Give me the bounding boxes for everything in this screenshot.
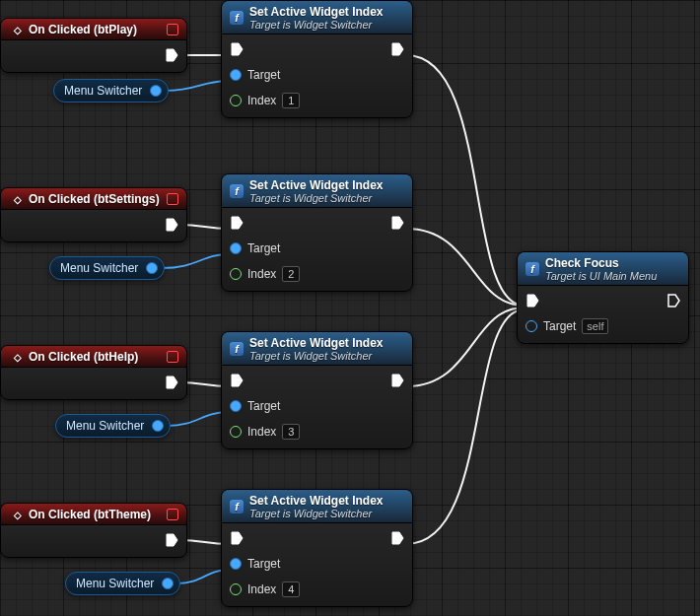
index-value[interactable]: 1 (282, 93, 300, 108)
index-pin[interactable] (230, 426, 242, 438)
target-pin[interactable] (230, 69, 242, 81)
event-icon: ◇ (9, 350, 23, 364)
event-header: ◇ On Clicked (btSettings) (1, 188, 186, 210)
exec-in-pin[interactable] (230, 374, 244, 387)
fn-title: Check Focus (545, 256, 657, 270)
exec-out-pin[interactable] (390, 531, 404, 545)
event-title: On Clicked (btTheme) (29, 508, 151, 521)
function-icon: f (525, 262, 539, 276)
var-label: Menu Switcher (66, 419, 144, 433)
target-pin[interactable] (230, 558, 242, 570)
index-value[interactable]: 2 (282, 266, 300, 282)
index-label: Index (247, 94, 276, 107)
delegate-icon (167, 509, 178, 520)
var-menu-switcher[interactable]: Menu Switcher (53, 79, 169, 103)
exec-out-pin[interactable] (165, 376, 178, 389)
target-label: Target (247, 241, 280, 255)
event-icon: ◇ (9, 23, 23, 36)
target-pin[interactable] (230, 400, 242, 412)
target-pin[interactable] (525, 320, 537, 332)
target-pin[interactable] (230, 242, 242, 254)
index-label: Index (247, 425, 276, 439)
fn-title: Set Active Widget Index (249, 178, 383, 192)
target-label: Target (247, 399, 280, 413)
exec-out-pin[interactable] (390, 216, 404, 230)
function-icon: f (230, 342, 244, 356)
exec-in-pin[interactable] (230, 216, 244, 230)
function-icon: f (230, 11, 244, 25)
fn-header: f Check Focus Target is UI Main Menu (518, 252, 688, 286)
var-out-pin[interactable] (146, 262, 158, 274)
delegate-icon (167, 193, 178, 205)
fn-subtitle: Target is Widget Switcher (249, 350, 383, 362)
var-menu-switcher[interactable]: Menu Switcher (49, 256, 165, 280)
event-node-bthelp[interactable]: ◇ On Clicked (btHelp) (0, 345, 187, 400)
event-node-btplay[interactable]: ◇ On Clicked (btPlay) (0, 18, 187, 73)
index-label: Index (247, 267, 276, 281)
index-pin[interactable] (230, 268, 242, 280)
fn-set-active-widget-index[interactable]: f Set Active Widget Index Target is Widg… (221, 489, 413, 607)
fn-set-active-widget-index[interactable]: f Set Active Widget Index Target is Widg… (221, 173, 413, 292)
fn-subtitle: Target is Widget Switcher (249, 508, 383, 519)
target-label: Target (543, 319, 576, 333)
index-pin[interactable] (230, 583, 242, 595)
exec-in-pin[interactable] (230, 531, 244, 545)
var-out-pin[interactable] (152, 420, 164, 432)
var-out-pin[interactable] (162, 578, 174, 589)
exec-out-pin[interactable] (165, 533, 178, 547)
fn-set-active-widget-index[interactable]: f Set Active Widget Index Target is Widg… (221, 331, 413, 449)
exec-in-pin[interactable] (525, 294, 539, 308)
delegate-icon (167, 24, 178, 35)
exec-out-pin[interactable] (165, 218, 178, 232)
var-menu-switcher[interactable]: Menu Switcher (55, 414, 171, 438)
fn-header: f Set Active Widget Index Target is Widg… (222, 1, 412, 34)
index-pin[interactable] (230, 95, 242, 106)
target-label: Target (247, 557, 280, 571)
event-icon: ◇ (9, 192, 23, 206)
exec-out-pin[interactable] (390, 374, 404, 387)
exec-out-pin[interactable] (390, 42, 404, 56)
fn-check-focus[interactable]: f Check Focus Target is UI Main Menu Tar… (517, 251, 689, 344)
var-label: Menu Switcher (64, 84, 142, 98)
event-node-btsettings[interactable]: ◇ On Clicked (btSettings) (0, 187, 187, 242)
target-label: Target (247, 68, 280, 82)
fn-title: Set Active Widget Index (249, 336, 383, 350)
function-icon: f (230, 184, 244, 198)
self-value[interactable]: self (582, 318, 608, 334)
fn-subtitle: Target is UI Main Menu (545, 270, 657, 282)
fn-header: f Set Active Widget Index Target is Widg… (222, 490, 412, 523)
fn-set-active-widget-index[interactable]: f Set Active Widget Index Target is Widg… (221, 0, 413, 118)
index-label: Index (247, 582, 276, 596)
fn-subtitle: Target is Widget Switcher (249, 19, 383, 31)
event-title: On Clicked (btPlay) (29, 23, 137, 36)
event-header: ◇ On Clicked (btPlay) (1, 19, 186, 40)
index-value[interactable]: 3 (282, 424, 300, 440)
var-label: Menu Switcher (60, 261, 138, 275)
fn-title: Set Active Widget Index (249, 5, 383, 19)
event-icon: ◇ (9, 508, 23, 521)
event-node-bttheme[interactable]: ◇ On Clicked (btTheme) (0, 503, 187, 558)
event-title: On Clicked (btHelp) (29, 350, 138, 364)
var-label: Menu Switcher (76, 577, 154, 590)
fn-subtitle: Target is Widget Switcher (249, 192, 383, 204)
exec-out-pin[interactable] (666, 294, 680, 308)
fn-title: Set Active Widget Index (249, 494, 383, 508)
index-value[interactable]: 4 (282, 582, 300, 597)
exec-in-pin[interactable] (230, 42, 244, 56)
delegate-icon (167, 351, 178, 363)
event-header: ◇ On Clicked (btTheme) (1, 504, 186, 525)
fn-header: f Set Active Widget Index Target is Widg… (222, 332, 412, 366)
event-title: On Clicked (btSettings) (29, 192, 160, 206)
fn-header: f Set Active Widget Index Target is Widg… (222, 174, 412, 208)
exec-out-pin[interactable] (165, 48, 178, 62)
event-header: ◇ On Clicked (btHelp) (1, 346, 186, 368)
var-menu-switcher[interactable]: Menu Switcher (65, 572, 180, 595)
var-out-pin[interactable] (150, 85, 162, 97)
function-icon: f (230, 500, 244, 513)
